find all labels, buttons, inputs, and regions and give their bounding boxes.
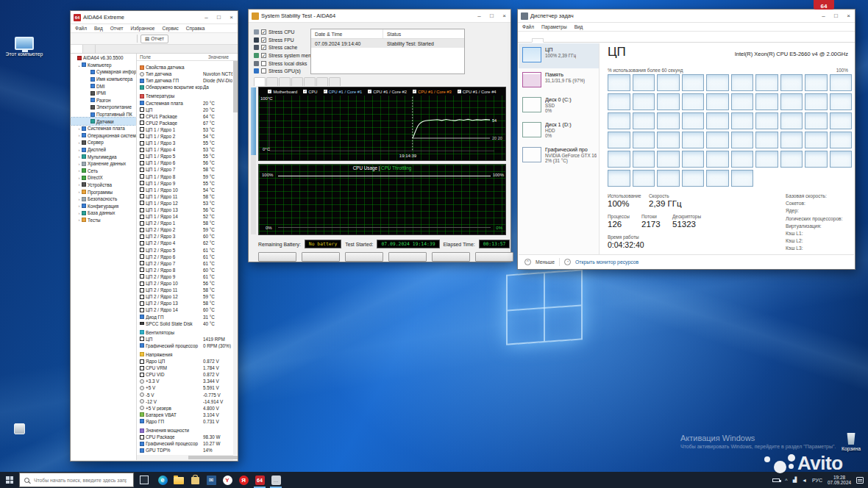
tree-item[interactable]: › Тесты: [71, 217, 136, 224]
sensor-row[interactable]: ЦП 1 / Ядро 7 58 °C: [140, 166, 232, 173]
sidebar-device-item[interactable]: Диск 1 (D:) HDD 0%: [519, 118, 599, 143]
expand-arrow-icon[interactable]: ⌄: [77, 62, 82, 68]
sensor-row[interactable]: Обнаружено вскрытие кор... Да: [140, 84, 232, 90]
search-input[interactable]: [32, 477, 128, 484]
taskbar-app-yandex[interactable]: Y: [219, 472, 235, 488]
sensor-row[interactable]: ЦП 2 / Ядро 7 61 °C: [140, 260, 232, 267]
menu-item[interactable]: Вид: [572, 24, 586, 29]
legend-item[interactable]: ✓ CPU #1 / Core #3: [413, 90, 452, 94]
graph-scrollbar[interactable]: [251, 87, 256, 234]
tree-item[interactable]: Электропитание: [71, 104, 136, 111]
sst-tab[interactable]: [329, 77, 341, 86]
log-column-status[interactable]: Status: [383, 32, 401, 37]
sensor-row[interactable]: ЦП 1419 RPM: [140, 336, 232, 342]
tree-item[interactable]: › Устройства: [71, 182, 136, 189]
legend-item[interactable]: ✓ CPU #1 / Core #1: [324, 90, 363, 94]
taskbar-app-edge[interactable]: e: [154, 472, 171, 488]
tree-item[interactable]: › Сеть: [71, 168, 136, 175]
sensor-row[interactable]: ЦП 1 / Ядро 11 58 °C: [140, 193, 232, 200]
sensor-row[interactable]: CPU Package 98.30 W: [140, 434, 232, 440]
sensor-row[interactable]: -5 V -0.775 V: [140, 392, 232, 398]
menu-item[interactable]: Отчет: [107, 26, 127, 31]
expand-arrow-icon[interactable]: ›: [77, 148, 82, 152]
sensor-row[interactable]: ЦП 1 / Ядро 13 56 °C: [140, 207, 232, 213]
expand-arrow-icon[interactable]: ›: [77, 126, 82, 131]
log-row[interactable]: 07.09.2024 19:14:40 Stability Test: Star…: [311, 39, 464, 48]
sensor-row[interactable]: ЦП 2 / Ядро 3 60 °C: [140, 233, 232, 240]
sensor-row[interactable]: ЦП 1 / Ядро 9 55 °C: [140, 180, 232, 187]
sensor-row[interactable]: GPU TDP% 14%: [140, 447, 232, 453]
sensor-row[interactable]: ЦП 2 / Ядро 12 59 °C: [140, 293, 232, 300]
tree-item[interactable]: › DirectX: [71, 174, 136, 182]
sensor-row[interactable]: Графический процессор 10.27 W: [140, 440, 232, 447]
sensor-row[interactable]: ЦП 2 / Ядро 8 60 °C: [140, 267, 232, 273]
desktop-icon-this-pc[interactable]: Этот компьютер: [1, 37, 47, 57]
sensor-row[interactable]: ЦП 1 / Ядро 5 55 °C: [140, 153, 232, 159]
tree-item[interactable]: › Программы: [71, 188, 136, 195]
sst-button[interactable]: [388, 252, 427, 262]
sensor-row[interactable]: ЦП 2 / Ядро 14 60 °C: [140, 306, 232, 313]
sensor-row[interactable]: ЦП 1 / Ядро 4 53 °C: [140, 146, 232, 153]
sensor-row[interactable]: SPCC Solid State Disk 40 °C: [140, 320, 232, 327]
tree-item[interactable]: › Дисплей: [71, 146, 136, 154]
sensor-row[interactable]: Вентиляторы: [140, 329, 232, 336]
tree-item[interactable]: › Безопасность: [71, 195, 136, 203]
sensor-row[interactable]: ЦП 1 / Ядро 8 59 °C: [140, 173, 232, 180]
expand-arrow-icon[interactable]: ›: [77, 140, 82, 145]
tree-item[interactable]: › Системная плата: [71, 125, 136, 132]
taskbar-search[interactable]: [19, 473, 134, 487]
sensor-row[interactable]: ЦП 2 / Ядро 10 56 °C: [140, 280, 232, 287]
sidebar-device-item[interactable]: Память 31,1/31,9 ГБ (97%): [519, 68, 599, 93]
nav-tab[interactable]: [71, 45, 83, 53]
expand-arrow-icon[interactable]: ›: [77, 182, 82, 187]
tree-item[interactable]: › Хранение данных: [71, 160, 136, 168]
sensor-row[interactable]: CPU VRM 1.784 V: [140, 365, 232, 371]
open-resource-monitor-link[interactable]: Открыть монитор ресурсов: [575, 259, 638, 265]
vertical-scrollbar[interactable]: [233, 61, 238, 455]
stress-option-row[interactable]: Stress local disks: [254, 60, 319, 68]
tree-item[interactable]: IPMI: [71, 90, 136, 97]
tree-item[interactable]: Датчики: [71, 118, 136, 125]
close-button[interactable]: ×: [842, 10, 855, 22]
expand-arrow-icon[interactable]: ›: [77, 154, 82, 159]
sensor-row[interactable]: Напряжения: [140, 351, 232, 358]
tree-item[interactable]: Разгон: [71, 97, 136, 104]
sensor-row[interactable]: Температуры: [140, 93, 232, 99]
maximize-button[interactable]: □: [485, 10, 498, 22]
sst-tab[interactable]: [291, 77, 303, 86]
stress-checkbox[interactable]: ✓: [261, 53, 266, 58]
tm-tab[interactable]: [555, 38, 567, 43]
sensor-row[interactable]: ЦП 20 °C: [140, 107, 232, 113]
menu-item[interactable]: Сервис: [160, 26, 182, 31]
maximize-button[interactable]: □: [213, 11, 225, 24]
sst-tab[interactable]: [304, 77, 316, 86]
tm-tab[interactable]: [567, 38, 579, 43]
stress-option-row[interactable]: ✓ Stress FPU: [254, 36, 319, 44]
tm-tab[interactable]: [591, 38, 602, 43]
maximize-button[interactable]: □: [830, 10, 842, 22]
sensor-row[interactable]: ЦП 1 / Ядро 3 55 °C: [140, 140, 232, 146]
sensor-row[interactable]: Батарея VBAT 3.104 V: [140, 412, 232, 418]
tm-tab[interactable]: [520, 38, 532, 43]
expand-arrow-icon[interactable]: ›: [77, 197, 82, 201]
sensor-row[interactable]: Значения мощности: [140, 427, 232, 434]
taskbar-app-mail[interactable]: ✉: [203, 472, 219, 488]
sidebar-device-item[interactable]: Диск 0 (C:) SSD 0%: [519, 93, 599, 118]
tree-item[interactable]: AIDA64 v6.30.5500: [71, 54, 136, 62]
sensor-row[interactable]: ЦП 2 / Ядро 9 61 °C: [140, 273, 232, 280]
sensor-row[interactable]: Графический процессор 0 RPM (30%): [140, 342, 232, 349]
minimize-button[interactable]: –: [817, 10, 830, 22]
expand-arrow-icon[interactable]: ›: [77, 162, 82, 166]
taskbar-app-aida64[interactable]: 64: [252, 472, 268, 488]
tree-item[interactable]: Суммарная информация: [71, 68, 136, 76]
sidebar-device-item[interactable]: ЦП 100% 2,39 ГГц: [519, 43, 599, 68]
stress-option-row[interactable]: ✓ Stress cache: [254, 43, 319, 51]
sensor-row[interactable]: ЦП 2 / Ядро 13 58 °C: [140, 300, 232, 306]
sensor-row[interactable]: ЦП 1 / Ядро 12 53 °C: [140, 200, 232, 207]
menu-item[interactable]: Избранное: [128, 26, 158, 31]
menu-item[interactable]: Вид: [91, 26, 106, 31]
sst-tab[interactable]: [266, 77, 278, 86]
legend-item[interactable]: ✓ CPU: [303, 90, 317, 94]
taskbar-app-chat[interactable]: …: [268, 472, 284, 488]
tree-item[interactable]: › Сервер: [71, 139, 136, 146]
